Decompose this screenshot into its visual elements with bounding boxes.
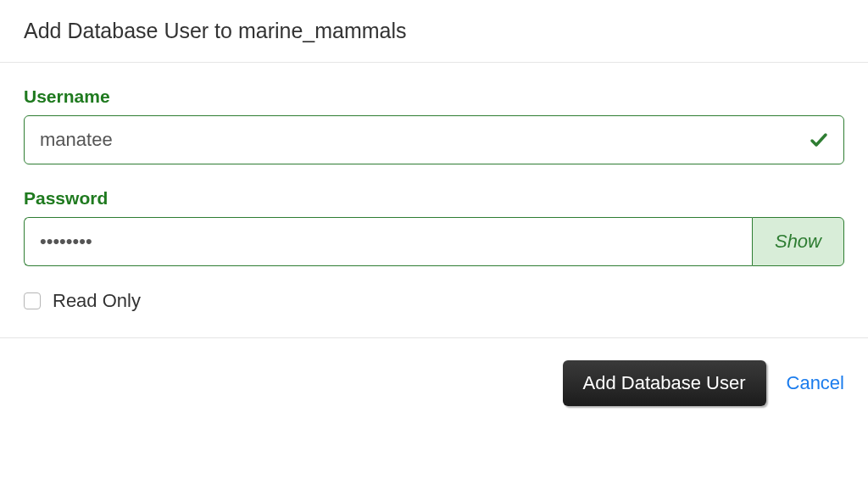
modal-body: Username Password Show Read Only [0,63,868,337]
cancel-button[interactable]: Cancel [787,372,844,394]
password-input-wrapper: Show [24,217,844,266]
password-input[interactable] [24,217,752,266]
username-input[interactable] [24,115,844,164]
readonly-row: Read Only [24,290,844,312]
password-label: Password [24,188,844,209]
username-group: Username [24,86,844,164]
username-input-wrapper [24,115,844,164]
show-password-button[interactable]: Show [752,217,844,266]
password-group: Password Show [24,188,844,266]
readonly-label[interactable]: Read Only [53,290,141,312]
modal-title: Add Database User to marine_mammals [24,19,844,43]
add-database-user-button[interactable]: Add Database User [563,360,766,406]
modal-header: Add Database User to marine_mammals [0,0,868,63]
add-db-user-modal: Add Database User to marine_mammals User… [0,0,868,428]
readonly-checkbox[interactable] [24,292,41,309]
username-label: Username [24,86,844,107]
modal-footer: Add Database User Cancel [0,337,868,428]
